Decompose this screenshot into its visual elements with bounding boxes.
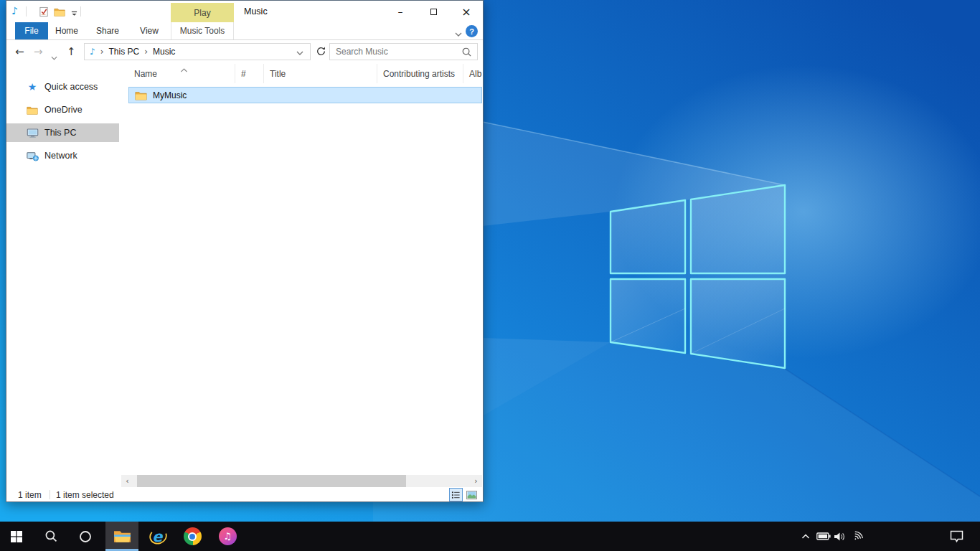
speaker-icon bbox=[834, 532, 847, 542]
column-header-contributing-artists[interactable]: Contributing artists bbox=[377, 64, 463, 83]
taskbar-chrome-button[interactable] bbox=[176, 522, 209, 551]
show-hidden-icons-button[interactable] bbox=[798, 522, 814, 551]
sidebar-item-this-pc[interactable]: This PC bbox=[6, 123, 119, 142]
column-label: Name bbox=[134, 69, 157, 79]
wifi-icon bbox=[852, 530, 864, 542]
file-name: MyMusic bbox=[153, 90, 187, 100]
address-bar[interactable]: ♪ › This PC › Music bbox=[84, 43, 311, 60]
chrome-icon bbox=[184, 527, 202, 545]
new-folder-quick-button[interactable] bbox=[54, 6, 65, 17]
breadcrumb-this-pc[interactable]: This PC bbox=[108, 47, 139, 57]
taskbar-internet-explorer-button[interactable]: e bbox=[141, 522, 174, 551]
scroll-right-arrow[interactable]: › bbox=[470, 475, 482, 487]
toolbar-dropdown-icon bbox=[71, 11, 77, 17]
up-button[interactable]: ↑ bbox=[67, 45, 76, 58]
details-view-button[interactable] bbox=[449, 488, 463, 501]
column-label: Contributing artists bbox=[383, 69, 455, 79]
recent-locations-button[interactable] bbox=[51, 50, 57, 63]
view-switcher bbox=[447, 488, 479, 501]
start-button[interactable] bbox=[0, 522, 33, 551]
breadcrumb-music[interactable]: Music bbox=[153, 47, 175, 57]
column-label: # bbox=[241, 69, 246, 79]
window-controls: – × bbox=[384, 1, 483, 22]
file-row-mymusic[interactable]: MyMusic bbox=[128, 87, 482, 103]
sidebar-item-onedrive[interactable]: OneDrive bbox=[6, 100, 119, 119]
title-bar[interactable]: ♪ Play Music – bbox=[6, 1, 483, 22]
window-title: Music bbox=[244, 6, 268, 17]
ribbon-tabs: File Home Share View Music Tools ? bbox=[6, 22, 483, 40]
help-icon: ? bbox=[469, 27, 474, 36]
sidebar-item-label: Quick access bbox=[44, 82, 98, 92]
battery-tray-icon[interactable] bbox=[815, 522, 831, 551]
cortana-circle-icon bbox=[79, 530, 92, 543]
navigation-pane: ★ Quick access OneDrive This PC bbox=[6, 64, 119, 473]
taskbar: e ♫ bbox=[0, 522, 980, 551]
column-header-title[interactable]: Title bbox=[264, 64, 377, 83]
navigation-bar: ← → ↑ ♪ › This PC › Music bbox=[6, 40, 483, 64]
selected-count: 1 item selected bbox=[56, 490, 114, 500]
file-explorer-icon bbox=[113, 529, 131, 544]
previous-locations-button[interactable] bbox=[296, 45, 303, 58]
taskbar-file-explorer-button[interactable] bbox=[105, 522, 138, 551]
folder-icon bbox=[54, 7, 65, 17]
itunes-icon: ♫ bbox=[219, 527, 237, 545]
onedrive-folder-icon bbox=[26, 104, 39, 116]
forward-button[interactable]: → bbox=[34, 45, 43, 58]
quick-access-star-icon: ★ bbox=[26, 81, 39, 93]
properties-check-icon bbox=[39, 6, 50, 17]
horizontal-scrollbar[interactable]: ‹ › bbox=[121, 475, 482, 487]
close-button[interactable]: × bbox=[450, 1, 483, 22]
refresh-button[interactable] bbox=[316, 46, 327, 57]
tab-home[interactable]: Home bbox=[50, 22, 83, 39]
status-separator bbox=[50, 490, 50, 499]
help-button[interactable]: ? bbox=[466, 25, 478, 37]
cortana-button[interactable] bbox=[69, 522, 102, 551]
minimize-icon: – bbox=[398, 6, 403, 17]
sidebar-item-network[interactable]: Network bbox=[6, 146, 119, 165]
sidebar-item-quick-access[interactable]: ★ Quick access bbox=[6, 77, 119, 96]
expand-ribbon-button[interactable] bbox=[455, 29, 462, 39]
play-contextual-tab-header[interactable]: Play bbox=[171, 3, 234, 22]
search-icon[interactable] bbox=[461, 47, 472, 60]
toolbar-separator bbox=[26, 6, 27, 17]
column-header-number[interactable]: # bbox=[235, 64, 264, 83]
battery-icon bbox=[816, 532, 831, 540]
taskbar-search-button[interactable] bbox=[34, 522, 67, 551]
notification-bubble-icon bbox=[949, 529, 964, 543]
refresh-icon bbox=[316, 46, 326, 57]
column-label: Title bbox=[270, 69, 286, 79]
large-icons-view-button[interactable] bbox=[465, 488, 479, 501]
chevron-down-icon bbox=[51, 56, 57, 60]
breadcrumb-separator-icon[interactable]: › bbox=[100, 47, 104, 57]
properties-quick-button[interactable] bbox=[38, 6, 50, 17]
column-header-name[interactable]: Name bbox=[121, 64, 235, 83]
network-tray-icon[interactable] bbox=[849, 522, 865, 551]
search-input[interactable] bbox=[330, 44, 453, 59]
taskbar-itunes-button[interactable]: ♫ bbox=[211, 522, 244, 551]
music-note-window-icon: ♪ bbox=[11, 5, 18, 17]
chevron-down-icon bbox=[296, 51, 303, 55]
internet-explorer-icon: e bbox=[149, 527, 168, 546]
chevron-up-icon bbox=[801, 534, 810, 540]
tab-share[interactable]: Share bbox=[91, 22, 124, 39]
scroll-left-arrow[interactable]: ‹ bbox=[121, 475, 133, 487]
back-button[interactable]: ← bbox=[15, 45, 24, 58]
breadcrumb-separator-icon[interactable]: › bbox=[144, 47, 148, 57]
tab-view[interactable]: View bbox=[133, 22, 166, 39]
maximize-icon bbox=[430, 9, 437, 15]
minimize-button[interactable]: – bbox=[384, 1, 417, 22]
column-header-album[interactable]: Alb bbox=[463, 64, 482, 83]
action-center-button[interactable] bbox=[947, 522, 966, 551]
windows-start-icon bbox=[11, 531, 22, 542]
music-notes-icon: ♫ bbox=[223, 531, 232, 542]
column-label: Alb bbox=[469, 69, 481, 79]
scrollbar-thumb[interactable] bbox=[137, 475, 406, 487]
sidebar-item-label: OneDrive bbox=[44, 105, 83, 115]
tab-file[interactable]: File bbox=[15, 22, 48, 39]
maximize-button[interactable] bbox=[417, 1, 450, 22]
sort-ascending-icon bbox=[180, 65, 188, 75]
tab-music-tools[interactable]: Music Tools bbox=[171, 22, 234, 39]
music-note-address-icon: ♪ bbox=[90, 47, 95, 57]
volume-tray-icon[interactable] bbox=[832, 522, 848, 551]
customize-quick-access-toolbar-button[interactable] bbox=[68, 8, 80, 19]
